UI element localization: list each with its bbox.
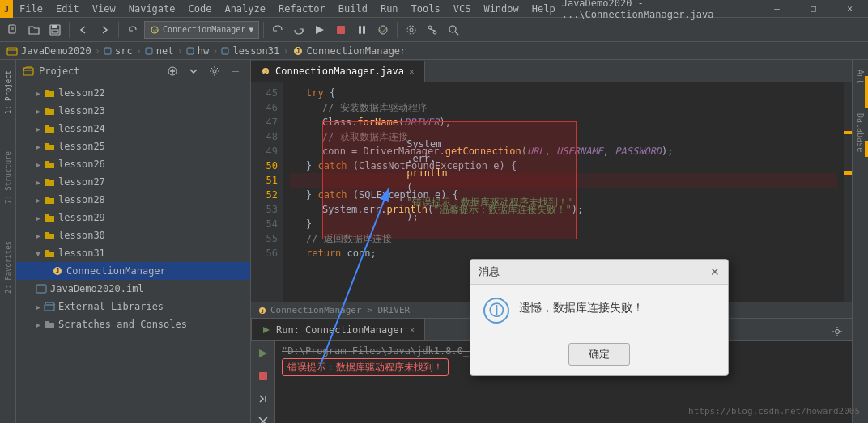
project-minimize-button[interactable]: —: [228, 63, 244, 79]
run-rerun-button[interactable]: [253, 344, 273, 363]
svg-rect-23: [146, 48, 152, 54]
menu-code[interactable]: Code: [182, 0, 219, 18]
menu-window[interactable]: Window: [477, 0, 525, 18]
menu-build[interactable]: Build: [332, 0, 374, 18]
tree-lesson23[interactable]: ▶ lesson23: [16, 102, 250, 120]
tree-lesson29[interactable]: ▶ lesson29: [16, 209, 250, 226]
project-settings-button[interactable]: [206, 63, 223, 79]
tree-scratches[interactable]: ▶ Scratches and Consoles: [16, 315, 250, 333]
settings-button[interactable]: [402, 20, 421, 40]
svg-point-17: [433, 31, 436, 34]
dialog-footer: 确定: [470, 336, 728, 375]
tree-lesson22[interactable]: ▶ lesson22: [16, 84, 250, 102]
undo-button[interactable]: [123, 20, 143, 40]
dialog-title-text: 消息: [479, 264, 500, 279]
run-tab-right-controls: [829, 324, 852, 340]
bc-class[interactable]: ConnectionManager: [307, 45, 406, 57]
menu-help[interactable]: Help: [525, 0, 562, 18]
tree-item-label: lesson27: [58, 176, 105, 188]
vcs-button[interactable]: [423, 20, 442, 40]
maximize-button[interactable]: □: [795, 0, 832, 18]
bc-project[interactable]: JavaDemo2020: [21, 45, 91, 57]
menu-file[interactable]: File: [13, 0, 49, 18]
menu-navigate[interactable]: Navigate: [122, 0, 182, 18]
tree-external-libs[interactable]: ▶ External Libraries: [16, 298, 250, 315]
coverage-button[interactable]: [373, 20, 393, 40]
new-file-button[interactable]: [3, 20, 23, 40]
bc-sep-2: ›: [136, 45, 142, 57]
message-dialog: 消息 ✕ ⓘ 遗憾，数据库连接失败！ 确定: [470, 259, 729, 376]
tree-iml[interactable]: JavaDemo2020.iml: [16, 280, 250, 298]
run-error-text: 错误提示：数据库驱动程序未找到！: [282, 358, 449, 376]
svg-rect-22: [104, 48, 111, 54]
project-scroll-button[interactable]: [185, 63, 202, 79]
tree-item-label: lesson30: [58, 230, 105, 241]
menu-view[interactable]: View: [86, 0, 122, 18]
build-button[interactable]: [310, 20, 330, 40]
tree-lesson25[interactable]: ▶ lesson25: [16, 137, 250, 155]
menu-tools[interactable]: Tools: [405, 0, 447, 18]
run-scroll-end-button[interactable]: [253, 389, 273, 408]
tree-lesson27[interactable]: ▶ lesson27: [16, 173, 250, 191]
tree-connection-manager[interactable]: J ConnectionManager: [16, 262, 250, 280]
favorites-tab[interactable]: 2: Favorites: [2, 235, 14, 300]
tree-item-label: JavaDemo2020.iml: [50, 283, 144, 294]
bc-net[interactable]: net: [156, 45, 174, 57]
run-settings-button[interactable]: [829, 324, 845, 340]
project-add-button[interactable]: [164, 63, 181, 79]
save-button[interactable]: [45, 20, 65, 40]
svg-rect-12: [363, 26, 365, 34]
svg-rect-24: [187, 48, 194, 54]
run-clear-button[interactable]: [253, 412, 273, 423]
bc-sep-4: ›: [212, 45, 218, 57]
menu-vcs[interactable]: VCS: [447, 0, 478, 18]
dialog-message-text: 遗憾，数据库连接失败！: [519, 298, 644, 315]
forward-button[interactable]: [95, 20, 114, 40]
configuration-dropdown[interactable]: ConnectionManager ▼: [144, 21, 259, 39]
project-tab[interactable]: 1: Project: [2, 64, 14, 121]
tree-item-label: lesson25: [58, 141, 105, 152]
tree-lesson31[interactable]: ▼ lesson31: [16, 244, 250, 262]
dialog-close-button[interactable]: ✕: [710, 265, 720, 278]
search-button[interactable]: [444, 20, 463, 40]
tree-lesson26[interactable]: ▶ lesson26: [16, 155, 250, 173]
menu-run[interactable]: Run: [374, 0, 405, 18]
open-button[interactable]: [24, 20, 44, 40]
tree-lesson30[interactable]: ▶ lesson30: [16, 226, 250, 244]
dropdown-arrow: ▼: [249, 25, 253, 34]
close-button[interactable]: ✕: [832, 0, 868, 18]
run-tab-connection-manager[interactable]: Run: ConnectionManager ✕: [251, 319, 425, 340]
menu-analyze[interactable]: Analyze: [218, 0, 272, 18]
bc-src[interactable]: src: [115, 45, 133, 57]
tree-lesson24[interactable]: ▶ lesson24: [16, 120, 250, 137]
bc-hw[interactable]: hw: [198, 45, 209, 57]
menu-edit[interactable]: Edit: [49, 0, 86, 18]
svg-rect-7: [52, 30, 58, 33]
tree-item-label: External Libraries: [58, 301, 164, 312]
editor-tab-close[interactable]: ✕: [409, 66, 415, 77]
run-stop-button[interactable]: [253, 366, 273, 386]
stop-button[interactable]: [331, 20, 351, 40]
editor-tab-connection-manager[interactable]: J ConnectionManager.java ✕: [251, 61, 425, 82]
project-header: Project —: [16, 60, 250, 82]
back-button[interactable]: [74, 20, 93, 40]
tree-item-label: lesson26: [58, 159, 105, 170]
dialog-ok-button[interactable]: 确定: [568, 343, 630, 366]
run-tab-close[interactable]: ✕: [410, 325, 415, 334]
bc-lesson[interactable]: lesson31: [232, 45, 279, 57]
bc-sep-5: ›: [283, 45, 288, 57]
line-numbers: 45 46 47 48 49 50 51 52 53 54 55 56: [251, 82, 283, 302]
code-line-51: System .err. println ( "错误提示：数据库驱动程序未找到！…: [290, 173, 837, 188]
tree-item-label: lesson22: [58, 87, 105, 99]
project-panel-title: Project: [39, 66, 160, 77]
right-sidebar: Ant Database: [852, 60, 868, 423]
rebuild-button[interactable]: [289, 20, 308, 40]
pause-button[interactable]: [352, 20, 372, 40]
structure-tab[interactable]: 7: Structure: [2, 145, 14, 210]
menu-refactor[interactable]: Refactor: [272, 0, 332, 18]
sync-button[interactable]: [268, 20, 287, 40]
svg-point-15: [407, 26, 415, 34]
minimize-button[interactable]: —: [759, 0, 795, 18]
window-controls: — □ ✕: [759, 0, 868, 18]
tree-lesson28[interactable]: ▶ lesson28: [16, 191, 250, 209]
